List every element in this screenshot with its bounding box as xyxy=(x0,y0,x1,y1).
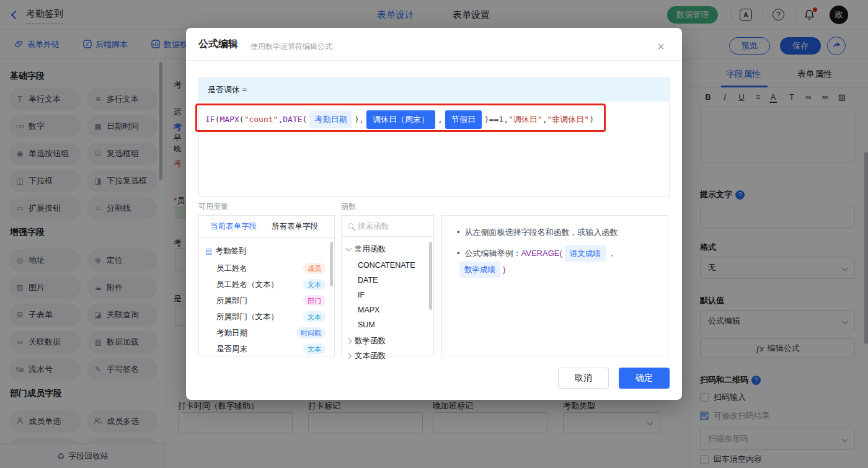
help-panel: • 从左侧面板选择字段名和函数，或输入函数 • 公式编辑举例： AVERAGE(… xyxy=(441,215,668,356)
variable-row[interactable]: 所属部门部门 xyxy=(199,293,334,309)
modal-title: 公式编辑 xyxy=(198,38,238,51)
function-search-input[interactable] xyxy=(358,222,420,231)
tree-root[interactable]: ▤ 考勤签到 xyxy=(199,243,334,259)
variable-row[interactable]: 考勤日期时间戳 xyxy=(199,325,334,341)
example-close: ) xyxy=(503,263,505,276)
type-badge: 时间戳 xyxy=(296,327,326,338)
tab-current-form-fields[interactable]: 当前表单字段 xyxy=(210,221,257,232)
field-token-selected[interactable]: 调休日（周末） xyxy=(366,110,435,129)
type-badge: 文本 xyxy=(303,343,326,355)
type-badge: 文本 xyxy=(303,311,326,322)
variables-label: 可用变量 xyxy=(198,201,228,212)
token-string: "调休日" xyxy=(508,112,542,127)
token-string: "count" xyxy=(244,112,278,127)
formula-target: 是否调休 = xyxy=(199,78,669,102)
tab-all-form-fields[interactable]: 所有表单字段 xyxy=(272,221,318,232)
form-doc-icon: ▤ xyxy=(205,247,212,255)
bullet: • xyxy=(457,247,460,260)
caret-right-icon xyxy=(346,353,352,359)
variables-scrollbar[interactable] xyxy=(330,242,333,286)
help-line-1: • 从左侧面板选择字段名和函数，或输入函数 xyxy=(457,226,658,239)
function-group-math[interactable]: 数学函数 xyxy=(342,333,433,348)
caret-right-icon xyxy=(346,338,352,344)
caret-down-icon xyxy=(346,245,352,251)
token-string: "非调休日" xyxy=(547,112,590,127)
formula-editor-area[interactable]: 是否调休 = IF(MAPX("count",DATE(考勤日期),调休日（周末… xyxy=(198,77,670,197)
functions-scrollbar[interactable] xyxy=(429,242,432,310)
function-item[interactable]: IF xyxy=(342,288,433,302)
function-item[interactable]: SUM xyxy=(342,317,433,332)
function-group-common[interactable]: 常用函数 xyxy=(342,242,433,257)
type-badge: 成员 xyxy=(303,263,326,274)
functions-panel: 常用函数 CONCATENATE DATE IF MAPX SUM 数学函数 文… xyxy=(341,215,434,356)
example-field: 数学成绩 xyxy=(459,262,500,278)
type-badge: 文本 xyxy=(303,279,326,290)
formula-editor-modal: 公式编辑 使用数学运算符编辑公式 × 是否调休 = IF(MAPX("count… xyxy=(186,28,682,400)
cancel-button[interactable]: 取消 xyxy=(558,368,609,389)
variable-row[interactable]: 员工姓名（文本）文本 xyxy=(199,276,334,293)
token-fn: MAPX xyxy=(219,112,239,127)
variables-panel: 当前表单字段 所有表单字段 ▤ 考勤签到 员工姓名成员 员工姓名（文本）文本 所… xyxy=(198,215,335,356)
variable-row[interactable]: 是否周末文本 xyxy=(199,341,334,357)
function-group-text[interactable]: 文本函数 xyxy=(342,348,433,363)
example-fn: AVERAGE( xyxy=(521,247,562,260)
type-badge: 部门 xyxy=(303,295,326,306)
example-field: 语文成绩 xyxy=(565,245,606,262)
field-token[interactable]: 考勤日期 xyxy=(309,111,352,128)
function-item[interactable]: CONCATENATE xyxy=(342,258,433,273)
functions-label: 函数 xyxy=(341,201,356,212)
token-fn: DATE xyxy=(283,112,302,127)
divider xyxy=(186,60,682,61)
function-search[interactable] xyxy=(342,216,433,237)
bullet: • xyxy=(457,226,460,239)
field-token-selected[interactable]: 节假日 xyxy=(445,110,482,129)
confirm-button[interactable]: 确定 xyxy=(619,368,670,389)
search-icon xyxy=(348,223,353,229)
formula-expression[interactable]: IF(MAPX("count",DATE(考勤日期),调休日（周末）,节假日)=… xyxy=(199,102,669,138)
variable-row[interactable]: 所属部门（文本）文本 xyxy=(199,309,334,325)
close-icon[interactable]: × xyxy=(657,40,665,53)
modal-subtitle: 使用数学运算符编辑公式 xyxy=(250,42,332,52)
token-fn: IF xyxy=(205,112,215,127)
variable-row[interactable]: 员工姓名成员 xyxy=(199,260,334,276)
help-line-2: • 公式编辑举例： AVERAGE( 语文成绩 ， 数学成绩 ) xyxy=(457,245,658,278)
variables-tabs: 当前表单字段 所有表单字段 xyxy=(199,216,334,238)
function-item[interactable]: DATE xyxy=(342,273,433,288)
function-item[interactable]: MAPX xyxy=(342,302,433,317)
